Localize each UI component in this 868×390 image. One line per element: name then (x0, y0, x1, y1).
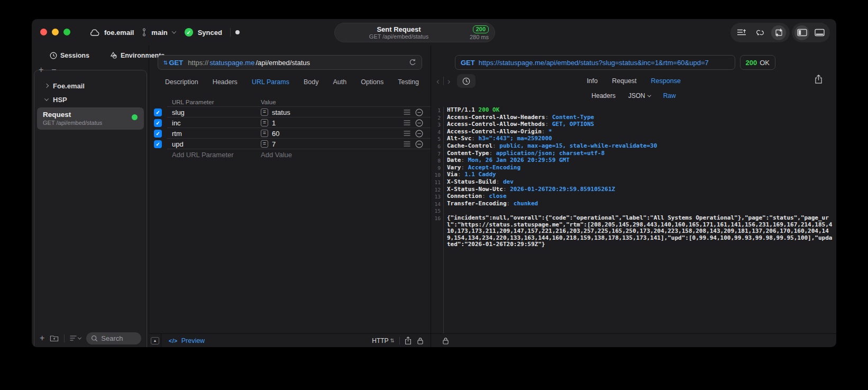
close-window-button[interactable] (40, 29, 47, 35)
row-menu-icon[interactable] (404, 131, 410, 136)
protocol-selector[interactable]: HTTP ⇅ (372, 337, 395, 344)
line-number (431, 157, 443, 165)
request-list-button[interactable] (734, 25, 749, 40)
header-value: GET, OPTIONS (552, 121, 594, 128)
tab-request[interactable]: Request (612, 77, 637, 85)
subtab-headers[interactable]: Headers (591, 92, 615, 99)
line-number (431, 107, 443, 114)
tab-headers[interactable]: Headers (213, 78, 237, 90)
header-value: dev (503, 178, 514, 185)
code-line: Content-Typeapplication/json; charset=ut… (431, 150, 834, 158)
response-footer (431, 333, 836, 347)
branch-chevron-down-icon[interactable] (171, 29, 176, 33)
preview-button[interactable]: </> Preview (169, 337, 205, 344)
flow-view-button[interactable] (753, 25, 768, 40)
line-number (431, 215, 443, 248)
sessions-panel: Foe.email HSP Request GET /api/embed/sta… (34, 70, 147, 347)
param-value-field[interactable]: 60 (272, 130, 279, 138)
lock-icon[interactable] (443, 337, 449, 344)
param-name-field[interactable]: rtm (172, 130, 261, 138)
param-checkbox-checked[interactable]: ✓ (154, 130, 162, 138)
code-line: X-Status-Builddev (431, 179, 834, 186)
lock-button[interactable] (417, 337, 423, 344)
sent-method: GET (461, 59, 475, 67)
request-editor-tabs: Description Headers URL Params Body Auth… (149, 78, 431, 90)
sidebar-search-input[interactable]: Search (86, 332, 141, 344)
synced-check-icon: ✓ (185, 28, 193, 37)
tab-response[interactable]: Response (651, 77, 681, 85)
tab-sessions[interactable]: Sessions (50, 51, 89, 59)
remove-row-icon[interactable] (415, 130, 423, 138)
tab-body[interactable]: Body (304, 78, 319, 90)
tree-group-hsp[interactable]: HSP (34, 93, 147, 106)
response-panel: GET https://statuspage.me/api/embed/stat… (431, 46, 836, 347)
request-editor: ⇅ GET https://statuspage.me/api/embed/st… (149, 46, 431, 347)
toggle-bottom-panel-button[interactable] (812, 25, 827, 40)
toggle-sidebar-button[interactable] (794, 25, 809, 40)
sidebar-remove-button[interactable]: − (51, 65, 56, 75)
subtab-label: Raw (663, 92, 676, 99)
row-menu-icon[interactable] (404, 120, 410, 125)
raw-response-viewer[interactable]: HTTP/1.1200 OK Access-Control-Allow-Head… (431, 107, 834, 333)
param-checkbox-checked[interactable]: ✓ (154, 108, 162, 116)
param-checkbox-checked[interactable]: ✓ (154, 119, 162, 127)
add-param-value-placeholder[interactable]: Add Value (261, 151, 396, 159)
sync-status-label: Synced (198, 29, 222, 37)
new-request-button[interactable]: + (40, 333, 44, 343)
tab-options[interactable]: Options (361, 78, 383, 90)
param-name-field[interactable]: inc (172, 119, 261, 127)
collapse-panel-button[interactable]: ▲ (149, 334, 161, 348)
request-list-item-selected[interactable]: Request GET /api/embed/status (37, 107, 144, 130)
reload-icon[interactable] (409, 59, 416, 66)
param-name-field[interactable]: upd (172, 140, 261, 148)
request-summary-pill[interactable]: Sent Request GET /api/embed/status 200 2… (334, 23, 495, 42)
param-value-field[interactable]: status (272, 108, 290, 116)
param-value-field[interactable]: 1 (272, 119, 276, 127)
sidebar-add-button[interactable]: + (39, 65, 43, 75)
new-folder-icon[interactable] (50, 334, 59, 342)
minimize-window-button[interactable] (52, 29, 59, 35)
response-subtabs: Headers JSON Raw (431, 89, 836, 102)
add-param-name-placeholder[interactable]: Add URL Parameter (172, 151, 261, 159)
line-number (431, 171, 443, 179)
response-tabs: Info Request Response (431, 72, 836, 89)
share-button[interactable] (405, 337, 412, 344)
tab-url-params[interactable]: URL Params (252, 78, 289, 90)
sent-request-url[interactable]: GET https://statuspage.me/api/embed/stat… (455, 55, 735, 70)
project-name[interactable]: foe.email (104, 29, 134, 37)
subtab-raw[interactable]: Raw (663, 92, 676, 99)
method-selector[interactable]: GET (169, 59, 183, 67)
box-swap-arrows-icon (774, 28, 783, 37)
sync-panel-button[interactable] (771, 25, 786, 40)
request-url-bar[interactable]: ⇅ GET https://statuspage.me/api/embed/st… (158, 55, 422, 70)
subtab-json[interactable]: JSON (628, 92, 651, 99)
row-menu-icon[interactable] (404, 141, 410, 147)
param-value-field[interactable]: 7 (272, 140, 276, 148)
export-response-button[interactable] (815, 75, 823, 84)
tree-group-foe-email[interactable]: Foe.email (34, 79, 147, 93)
subtab-label: Headers (591, 92, 615, 99)
lock-icon (417, 337, 423, 344)
remove-row-icon[interactable] (415, 140, 423, 148)
list-lines-icon (70, 335, 77, 341)
zoom-window-button[interactable] (63, 29, 70, 35)
param-checkbox-checked[interactable]: ✓ (154, 140, 162, 148)
tab-info[interactable]: Info (587, 77, 598, 85)
remove-row-icon[interactable] (415, 108, 423, 116)
branch-name[interactable]: main (151, 29, 167, 37)
tab-testing[interactable]: Testing (398, 78, 419, 90)
branch-icon (142, 28, 147, 37)
tree-group-label: Foe.email (53, 82, 85, 90)
header-value: application/json; charset=utf-8 (496, 150, 605, 157)
header-value: close (489, 193, 506, 199)
tab-description[interactable]: Description (165, 78, 198, 90)
param-row: ✓ inc 1 (149, 117, 431, 128)
tab-auth[interactable]: Auth (333, 78, 346, 90)
request-duration: 280 ms (470, 34, 489, 40)
list-options-button[interactable] (70, 335, 81, 341)
line-number (431, 143, 443, 150)
remove-row-icon[interactable] (415, 119, 423, 127)
header-value: 2026-01-26T20:29:59.859105261Z (510, 186, 615, 193)
param-name-field[interactable]: slug (172, 108, 261, 116)
row-menu-icon[interactable] (404, 110, 410, 115)
